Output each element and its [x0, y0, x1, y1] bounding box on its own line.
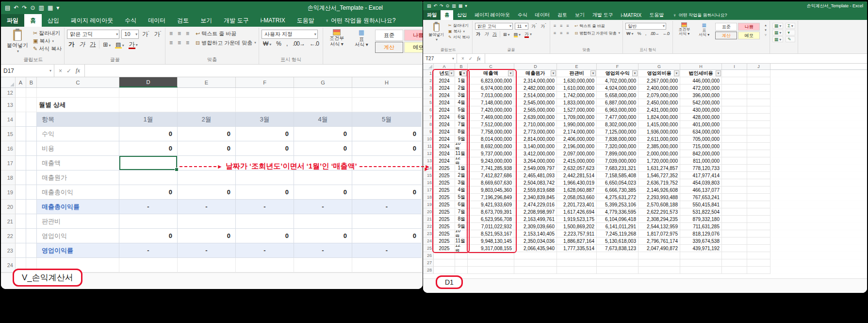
ribbon-tab-페이지 레이아웃[interactable]: 페이지 레이아웃 — [471, 10, 514, 20]
value-cell[interactable]: - — [352, 243, 422, 258]
data-cell[interactable]: 2,796,761,174 — [639, 238, 680, 245]
data-cell[interactable]: 7,758,000,000 — [468, 128, 514, 136]
data-cell[interactable]: 1,415,000,000 — [639, 121, 680, 128]
cell[interactable] — [557, 267, 597, 274]
data-cell[interactable]: 2024 — [434, 143, 455, 150]
data-cell[interactable]: 7,469,000,000 — [468, 114, 514, 121]
ribbon-tab-검토[interactable]: 검토 — [171, 14, 195, 27]
data-cell[interactable]: 430,000,000 — [680, 106, 722, 114]
data-cell[interactable]: 417,977,414 — [680, 172, 722, 179]
table-header-cell[interactable]: 1월 — [119, 112, 178, 127]
data-header-cell[interactable]: 법인세비용▼ — [680, 70, 722, 77]
data-cell[interactable]: 2,146,926,608 — [639, 187, 680, 194]
data-cell[interactable]: 5월 — [455, 106, 468, 114]
data-cell[interactable]: 8,673,709,391 — [468, 208, 514, 216]
value-cell[interactable] — [178, 156, 236, 170]
cell[interactable] — [26, 229, 37, 243]
clear-icon[interactable]: ✎ — [786, 36, 795, 42]
align-right-icon[interactable]: ≡ — [565, 30, 570, 36]
data-cell[interactable]: 2월 — [455, 172, 468, 179]
grow-font-icon[interactable]: 가ˆ — [141, 30, 150, 38]
paste-special-icon[interactable]: ▦ — [459, 3, 463, 8]
data-cell[interactable]: 2,350,034,036 — [514, 238, 557, 245]
decrease-decimal-icon[interactable]: ←.0 — [662, 31, 671, 36]
data-cell[interactable]: 778,120,733 — [680, 165, 722, 172]
row-header-15[interactable]: 15 — [1, 127, 16, 141]
data-cell[interactable]: 1,610,000,000 — [557, 85, 597, 92]
cell[interactable] — [178, 258, 236, 272]
data-header-cell[interactable]: 영업외비용▼ — [639, 70, 680, 77]
value-cell[interactable]: 0 — [236, 127, 294, 141]
fill-down-icon[interactable]: ▾ — [786, 30, 795, 35]
column-header-D[interactable]: D — [119, 77, 178, 87]
cell[interactable] — [26, 98, 37, 112]
value-cell[interactable] — [119, 170, 178, 185]
align-center-icon[interactable]: ≡ — [176, 39, 182, 47]
cell[interactable] — [352, 88, 422, 98]
data-cell[interactable]: 2,611,000,000 — [639, 136, 680, 143]
ribbon-tab-도움말[interactable]: 도움말 — [291, 14, 320, 27]
data-cell[interactable]: 6,523,956,708 — [468, 216, 514, 223]
data-cell[interactable]: 3월 — [455, 179, 468, 187]
data-cell[interactable]: 8,521,953,167 — [468, 230, 514, 238]
data-cell[interactable]: 5월 — [455, 194, 468, 201]
data-cell[interactable]: 1,546,727,352 — [639, 172, 680, 179]
data-cell[interactable]: 1,720,000,000 — [639, 157, 680, 165]
row-header-22[interactable]: 22 — [1, 229, 16, 243]
value-cell[interactable]: - — [236, 243, 294, 258]
number-format-select[interactable]: 사용자 지정▾ — [262, 30, 318, 39]
gallery-scroll-buttons[interactable]: ▴▾▿ — [764, 21, 767, 37]
paste-button[interactable]: 붙여넣기 ▾ — [426, 21, 446, 42]
data-cell[interactable]: 2,097,000,000 — [557, 150, 597, 157]
data-cell[interactable]: 9,421,933,609 — [468, 201, 514, 208]
data-cell[interactable]: 2025 — [434, 201, 455, 208]
data-cell[interactable]: 2024 — [434, 85, 455, 92]
row-label-cell[interactable]: 영업이익 — [37, 229, 119, 243]
cell[interactable] — [747, 230, 770, 238]
cell[interactable] — [455, 252, 468, 259]
value-cell[interactable]: 0 — [294, 185, 352, 200]
borders-icon[interactable]: ⊞▾ — [502, 32, 511, 37]
row-header-17[interactable]: 17 — [423, 187, 434, 194]
column-header-E[interactable]: E — [178, 77, 236, 87]
value-cell[interactable]: - — [119, 243, 178, 258]
cell[interactable] — [434, 252, 455, 259]
table-header-cell[interactable]: 5월 — [352, 112, 422, 127]
data-cell[interactable]: 2,482,000,000 — [514, 85, 557, 92]
data-cell[interactable]: 4월 — [455, 187, 468, 194]
data-cell[interactable]: 8월 — [455, 128, 468, 136]
row-header-24[interactable]: 24 — [1, 258, 16, 272]
data-cell[interactable]: 842,000,000 — [680, 150, 722, 157]
data-cell[interactable]: 6,650,054,023 — [597, 179, 639, 187]
row-header-13[interactable]: 13 — [423, 157, 434, 165]
cell[interactable] — [16, 214, 26, 229]
value-cell[interactable]: - — [294, 200, 352, 214]
cell[interactable] — [722, 223, 747, 230]
data-cell[interactable]: 2,504,083,742 — [514, 179, 557, 187]
data-header-cell[interactable]: 판관비▼ — [557, 70, 597, 77]
data-cell[interactable]: 2,293,993,488 — [639, 194, 680, 201]
cell[interactable] — [455, 259, 468, 267]
row-header-18[interactable]: 18 — [1, 170, 16, 185]
cell[interactable] — [16, 229, 26, 243]
data-cell[interactable]: 11월 — [455, 150, 468, 157]
data-cell[interactable]: 2024 — [434, 128, 455, 136]
data-cell[interactable]: 8,669,607,630 — [468, 179, 514, 187]
cell[interactable] — [722, 92, 747, 99]
data-cell[interactable]: 10월 — [455, 143, 468, 150]
data-cell[interactable]: 7,320,000,000 — [597, 143, 639, 150]
fill-color-icon[interactable]: ▨▾ — [513, 32, 522, 37]
data-cell[interactable]: 2,632,057,623 — [557, 165, 597, 172]
data-cell[interactable]: 2,267,000,000 — [639, 77, 680, 85]
data-cell[interactable]: 439,971,192 — [680, 245, 722, 252]
data-cell[interactable]: 1월 — [455, 165, 468, 172]
data-cell[interactable]: 1,617,426,694 — [557, 208, 597, 216]
row-header-18[interactable]: 18 — [423, 194, 434, 201]
data-cell[interactable]: 715,000,000 — [680, 143, 722, 150]
row-header-13[interactable]: 13 — [1, 98, 16, 112]
cell[interactable] — [722, 157, 747, 165]
column-header-G[interactable]: G — [639, 64, 680, 69]
accounting-format-icon[interactable]: ₩▾ — [625, 31, 635, 36]
data-cell[interactable]: 339,674,538 — [680, 238, 722, 245]
cell[interactable] — [26, 112, 37, 127]
